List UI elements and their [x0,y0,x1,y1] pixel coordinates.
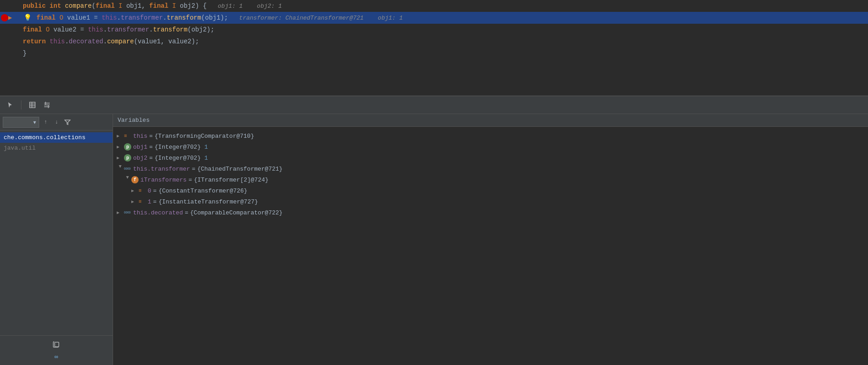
svg-rect-9 [55,342,59,347]
variables-panel-header: Variables [113,114,868,127]
0-name: 0 [148,188,151,194]
stack-item-java-util-label: java.util [4,145,36,151]
sidebar-bottom-icons: ∞ [0,335,113,365]
variables-panel: Variables ▶ ≡ this = {TransformingCompar… [113,114,868,365]
code-text-2: final O value1 = this.transformer.transf… [23,14,403,21]
line-number-5 [0,47,22,59]
transformer-name: this.transformer [133,166,190,172]
call-stack-sidebar: ▾ ↑ ↓ che.commons.collections java.util [0,114,113,365]
variables-list: ▶ ≡ this = {TransformingComparator@710} … [113,127,868,365]
code-text-5: } [23,50,26,57]
itransformers-value: {ITransformer[2]@724} [194,177,269,183]
var-row-this-decorated[interactable]: ▶ ∞∞ this.decorated = {ComparableCompara… [113,207,868,218]
this-equals: = [149,133,153,140]
cursor-tool-icon[interactable] [5,99,16,110]
var-row-this-transformer[interactable]: ▶ ∞∞ this.transformer = {ChainedTransfor… [113,163,868,174]
toolbar-sep-1 [21,100,21,110]
expand-obj2-icon: ▶ [117,155,124,161]
expand-decorated-icon: ▶ [117,210,124,215]
code-line-4: return this.decorated.compare(value1, va… [0,36,868,47]
obj2-name: obj2 [133,155,147,162]
expand-this-icon: ▶ [117,133,124,139]
thread-dropdown[interactable]: ▾ [3,117,39,128]
1-value: {InstantiateTransformer@727} [159,198,258,205]
decorated-equals: = [185,209,188,216]
this-icon: ≡ [124,133,131,139]
expand-itransformers-icon: ▶ [125,176,130,183]
itransformers-name: iTransformers [140,177,186,183]
0-equals: = [153,188,157,194]
stack-item-collections-label: che.commons.collections [4,134,85,141]
stack-up-icon[interactable]: ↑ [41,118,50,127]
itransformers-badge-icon: f [131,176,139,183]
code-line-3: final O value2 = this.transformer.transf… [0,24,868,36]
obj2-value: {Integer@702} 1 [155,155,208,162]
obj2-badge-icon: p [124,154,131,162]
sidebar-toolbar: ▾ ↑ ↓ [0,114,113,130]
var-row-0[interactable]: ▶ ≡ 0 = {ConstantTransformer@726} [113,185,868,196]
code-text-3: final O value2 = this.transformer.transf… [23,26,214,33]
variables-label: Variables [118,117,150,124]
decorated-name: this.decorated [133,209,183,216]
expand-0-icon: ▶ [131,188,139,193]
line-number-3 [0,24,22,36]
stack-down-icon[interactable]: ↓ [52,118,61,127]
code-line-5: } [0,47,868,59]
code-line-2: ▶ 💡 final O value1 = this.transformer.tr… [0,12,868,24]
stack-item-collections[interactable]: che.commons.collections [0,132,113,143]
var-row-obj1[interactable]: ▶ p obj1 = {Integer@702} 1 [113,141,868,152]
0-icon: ≡ [139,188,146,193]
1-name: 1 [148,198,151,205]
debug-toolbar [0,96,868,114]
expand-transformer-icon: ▶ [118,165,123,172]
code-text-1: public int compare(final I obj1, final I… [23,2,282,10]
obj1-badge-icon: p [124,143,131,151]
this-value: {TransformingComparator@710} [155,133,254,140]
code-text-4: return this.decorated.compare(value1, va… [23,38,199,45]
debug-arrow-icon: ▶ [8,14,12,21]
var-row-itransformers[interactable]: ▶ f iTransformers = {ITransformer[2]@724… [113,174,868,185]
this-name: this [133,133,147,140]
lightbulb-icon[interactable]: 💡 [24,14,31,21]
var-row-this[interactable]: ▶ ≡ this = {TransformingComparator@710} [113,130,868,141]
1-equals: = [153,198,157,205]
obj1-value: {Integer@702} 1 [155,144,208,151]
var-row-1[interactable]: ▶ ≡ 1 = {InstantiateTransformer@727} [113,196,868,207]
call-stack-list: che.commons.collections java.util [0,130,113,335]
table-view-icon[interactable] [27,99,38,110]
expand-obj1-icon: ▶ [117,144,124,150]
svg-rect-0 [30,102,35,108]
stack-item-java-util[interactable]: java.util [0,143,113,153]
expand-1-icon: ▶ [131,199,139,204]
group-icon[interactable] [41,99,52,110]
decorated-value: {ComparableComparator@722} [190,209,283,216]
debug-panel: ▾ ↑ ↓ che.commons.collections java.util [0,114,868,365]
code-line-1: public int compare(final I obj1, final I… [0,0,868,12]
code-editor: public int compare(final I obj1, final I… [0,0,868,96]
filter-icon[interactable] [63,118,72,127]
decorated-oo-icon: ∞∞ [124,209,131,216]
inspect-icon[interactable]: ∞ [51,351,62,362]
line-number-1 [0,0,22,12]
obj1-name: obj1 [133,144,147,151]
copy-icon[interactable] [51,339,62,349]
0-value: {ConstantTransformer@726} [159,188,248,194]
var-row-obj2[interactable]: ▶ p obj2 = {Integer@702} 1 [113,152,868,163]
transformer-oo-icon: ∞∞ [124,166,131,172]
itransformers-equals: = [188,177,192,183]
transformer-value: {ChainedTransformer@721} [197,166,283,172]
obj2-equals: = [149,155,153,162]
transformer-equals: = [192,166,196,172]
breakpoint-icon [1,14,8,21]
line-number-4 [0,36,22,47]
dropdown-arrow-icon: ▾ [33,119,36,125]
1-icon: ≡ [139,199,146,204]
obj1-equals: = [149,144,153,151]
